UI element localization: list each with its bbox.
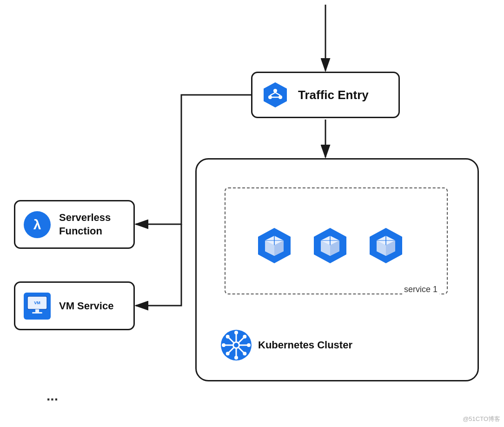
svg-point-7 — [279, 95, 282, 99]
svg-point-58 — [243, 335, 246, 339]
svg-point-52 — [234, 331, 238, 334]
svg-text:VM: VM — [34, 300, 40, 305]
svg-rect-17 — [35, 309, 39, 312]
svg-point-59 — [226, 352, 230, 355]
svg-point-5 — [273, 89, 277, 93]
svg-point-43 — [234, 343, 239, 347]
vm-box: VM VM Service — [14, 281, 135, 330]
traffic-entry-icon — [261, 80, 290, 109]
containers-row — [253, 226, 407, 267]
diagram-container: Traffic Entry λ Serverless Function VM — [0, 0, 504, 427]
serverless-line1: Serverless — [59, 211, 111, 225]
svg-marker-4 — [264, 82, 287, 107]
svg-rect-18 — [32, 312, 42, 314]
k8s-bottom: Kubernetes Cluster — [220, 329, 352, 361]
container-icon-1 — [253, 226, 295, 267]
svg-point-55 — [247, 343, 251, 347]
traffic-entry-label: Traffic Entry — [298, 88, 369, 102]
vm-label: VM Service — [59, 300, 113, 312]
container-icon-2 — [309, 226, 351, 267]
kubernetes-label: Kubernetes Cluster — [258, 339, 352, 351]
svg-point-6 — [268, 95, 272, 99]
svg-point-56 — [226, 335, 230, 339]
svg-point-53 — [234, 356, 238, 360]
kubernetes-icon — [220, 329, 252, 361]
service1-label: service 1 — [402, 285, 439, 294]
watermark: @51CTO博客 — [463, 415, 500, 423]
svg-point-54 — [222, 343, 225, 347]
serverless-box: λ Serverless Function — [14, 200, 135, 249]
svg-text:λ: λ — [33, 217, 41, 232]
serverless-line2: Function — [59, 225, 111, 238]
traffic-entry-box: Traffic Entry — [251, 72, 400, 118]
vm-icon: VM — [23, 292, 52, 320]
serverless-icon: λ — [23, 210, 52, 239]
svg-point-57 — [243, 352, 246, 355]
k8s-cluster-box: service 1 — [195, 158, 479, 381]
container-icon-3 — [365, 226, 407, 267]
service1-box: service 1 — [225, 187, 448, 294]
ellipsis-label: ... — [46, 388, 58, 404]
serverless-label-wrap: Serverless Function — [59, 211, 111, 238]
